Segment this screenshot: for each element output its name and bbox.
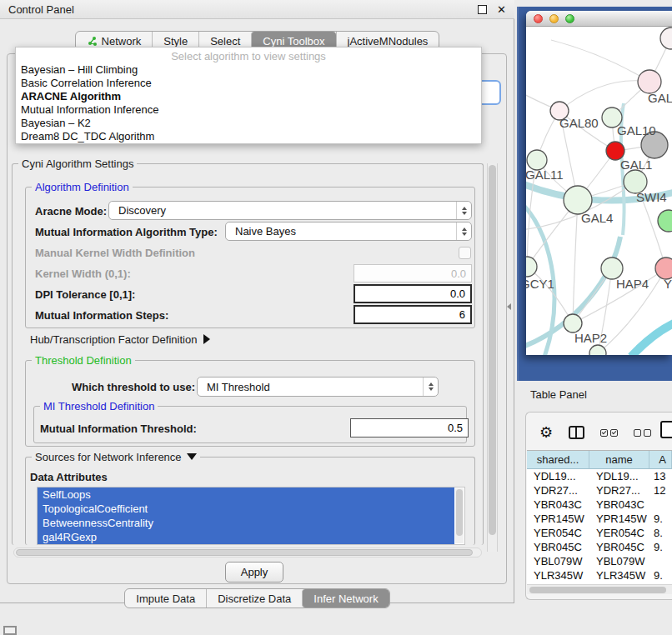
table-row[interactable]: YPR145WYPR145W9.: [527, 512, 672, 526]
table-row[interactable]: YBR045CYBR045C9.: [527, 540, 672, 554]
which-threshold-select[interactable]: MI Threshold: [197, 377, 439, 397]
dropdown-item[interactable]: Basic Correlation Inference: [16, 77, 481, 90]
mi-type-select[interactable]: Naive Bayes: [225, 222, 472, 241]
node[interactable]: [658, 210, 672, 232]
node-label: Y: [664, 277, 672, 291]
group-title: Threshold Definition: [32, 354, 135, 367]
attribute-item-selected[interactable]: BetweennessCentrality: [38, 516, 454, 530]
column-header-clipped[interactable]: A: [649, 451, 672, 469]
node[interactable]: [638, 70, 661, 93]
deselect-all-icon[interactable]: [634, 429, 651, 437]
mi-threshold-field[interactable]: 0.5: [350, 418, 469, 438]
dropdown-item-selected[interactable]: ARACNE Algorithm: [16, 90, 481, 103]
select-all-icon[interactable]: [600, 429, 618, 437]
sources-title: Sources for Network Inference: [35, 451, 182, 463]
app-root: Control Panel ✕ Network Style Select Cyn…: [0, 0, 672, 635]
table-row[interactable]: YDL19...YDL19...13: [527, 469, 672, 483]
scrollbar-thumb[interactable]: [529, 587, 666, 593]
node-label: GAL: [648, 91, 672, 105]
clipped-corner-widget[interactable]: [3, 626, 17, 635]
dropdown-item[interactable]: Bayesian – K2: [16, 117, 481, 130]
node[interactable]: [660, 28, 672, 49]
table-panel-header: Table Panel: [517, 382, 672, 407]
hub-definition-label: Hub/Transcription Factor Definition: [30, 333, 197, 346]
dpi-tolerance-field[interactable]: 0.0: [354, 284, 472, 303]
cyni-bottom-tabbar: Impute Data Discretize Data Infer Networ…: [0, 588, 514, 608]
combo-arrows: [456, 222, 471, 240]
column-chooser-icon[interactable]: [569, 426, 584, 439]
tab-impute-data[interactable]: Impute Data: [125, 589, 206, 608]
data-attributes-label: Data Attributes: [30, 471, 108, 483]
expand-right-icon[interactable]: [203, 334, 210, 344]
group-title: MI Threshold Definition: [40, 400, 158, 412]
attribute-item-selected[interactable]: gal4RGexp: [38, 530, 454, 544]
node-table[interactable]: shared... name A YDL19...YDL19...13 YDR2…: [527, 450, 672, 584]
minimize-traffic-light[interactable]: [549, 14, 559, 23]
tab-infer-network[interactable]: Infer Network: [302, 589, 389, 608]
network-view-window[interactable]: GAL GAL80 GAL10 GAL1 GAL11 SWI4 GAL4 GCY…: [526, 11, 672, 355]
table-row[interactable]: YLR345WYLR345W9.: [527, 568, 672, 582]
network-canvas[interactable]: GAL GAL80 GAL10 GAL1 GAL11 SWI4 GAL4 GCY…: [526, 27, 672, 355]
combo-arrows: [423, 378, 438, 396]
column-header-shared-name[interactable]: shared...: [527, 451, 589, 469]
attribute-item-selected[interactable]: SelfLoops: [38, 488, 454, 502]
attribute-list-scrollbar[interactable]: [455, 488, 464, 543]
mi-steps-field[interactable]: 6: [354, 305, 472, 324]
close-icon[interactable]: ✕: [497, 6, 506, 13]
settings-horizontal-scrollbar[interactable]: [13, 548, 482, 558]
data-attributes-list[interactable]: SelfLoops TopologicalCoefficient Between…: [37, 487, 465, 545]
dpi-tolerance-label: DPI Tolerance [0,1]:: [35, 288, 135, 301]
node-label: GAL11: [526, 168, 564, 182]
close-traffic-light[interactable]: [534, 14, 543, 23]
dropdown-item[interactable]: Dream8 DC_TDC Algorithm: [16, 130, 481, 143]
column-header-name[interactable]: name: [589, 451, 649, 469]
gear-icon[interactable]: ⚙: [539, 425, 553, 440]
zoom-traffic-light[interactable]: [565, 14, 574, 23]
node-hap2[interactable]: [564, 314, 582, 332]
scrollbar-thumb[interactable]: [489, 165, 496, 535]
tab-discretize-data[interactable]: Discretize Data: [206, 589, 302, 608]
network-graph-icon: [87, 36, 98, 47]
tab-label: Infer Network: [313, 592, 378, 605]
table-row[interactable]: YER054CYER054C8.: [527, 526, 672, 540]
tab-label: Style: [163, 35, 188, 48]
scrollbar-thumb[interactable]: [16, 549, 473, 556]
aracne-mode-label: Aracne Mode:: [35, 205, 107, 218]
control-panel-title: Control Panel: [8, 3, 74, 16]
table-horizontal-scrollbar[interactable]: [527, 584, 672, 594]
algorithm-dropdown-popup: Select algorithm to view settings Bayesi…: [15, 47, 482, 144]
apply-button[interactable]: Apply: [225, 562, 283, 582]
table-toolbar: ⚙: [526, 418, 672, 448]
panel-splitter-handle[interactable]: [507, 303, 511, 310]
dropdown-item[interactable]: Bayesian – Hill Climbing: [16, 63, 481, 77]
node-gal4[interactable]: [564, 186, 592, 214]
control-panel-titlebar[interactable]: Control Panel ✕: [0, 0, 514, 19]
network-window-titlebar[interactable]: [526, 11, 672, 27]
node[interactable]: [589, 345, 606, 355]
table-row[interactable]: YBL079WYBL079W: [527, 554, 672, 568]
table-row[interactable]: YBR043CYBR043C: [527, 498, 672, 512]
kernel-width-field[interactable]: 0.0: [354, 264, 472, 282]
scrollbar-thumb[interactable]: [456, 489, 463, 536]
which-threshold-label: Which threshold to use:: [72, 381, 195, 393]
node-label: GCY1: [526, 277, 554, 291]
float-window-icon[interactable]: [478, 5, 487, 14]
table-panel-title: Table Panel: [530, 388, 587, 401]
kernel-width-label: Kernel Width (0,1):: [35, 268, 131, 280]
new-table-icon[interactable]: [660, 421, 672, 438]
dropdown-item[interactable]: Mutual Information Inference: [16, 103, 481, 117]
node-label: GAL4: [581, 211, 613, 225]
manual-kernel-checkbox[interactable]: [459, 247, 471, 259]
attribute-item-selected[interactable]: TopologicalCoefficient: [38, 502, 454, 516]
settings-vertical-scrollbar[interactable]: [487, 163, 498, 552]
group-title: Cyni Algorithm Settings: [18, 158, 137, 170]
manual-kernel-label: Manual Kernel Width Definition: [35, 247, 195, 259]
node-label: HAP4: [616, 277, 649, 291]
aracne-mode-select[interactable]: Discovery: [108, 201, 472, 220]
mi-steps-label: Mutual Information Steps:: [35, 309, 168, 322]
hub-definition-toggle[interactable]: Hub/Transcription Factor Definition: [30, 333, 210, 346]
collapse-down-icon[interactable]: [187, 453, 197, 460]
tab-group: Impute Data Discretize Data Infer Networ…: [124, 588, 389, 608]
sources-toggle[interactable]: Sources for Network Inference: [32, 451, 200, 463]
table-row[interactable]: YDR27...YDR27...12: [527, 483, 672, 498]
